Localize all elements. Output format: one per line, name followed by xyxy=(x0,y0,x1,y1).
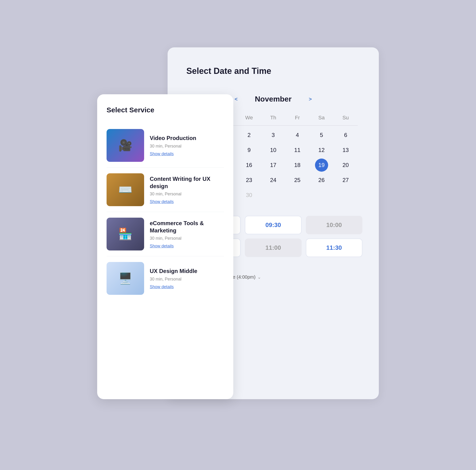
show-details-writing[interactable]: Show details xyxy=(150,199,224,204)
service-card: Select Service Video Production 30 min, … xyxy=(97,94,233,399)
service-info-ux: UX Design Middle 30 min, Personal Show d… xyxy=(150,262,224,295)
day-empty xyxy=(291,189,304,202)
service-name-ecommerce: eCommerce Tools & Marketing xyxy=(150,220,224,234)
day-empty xyxy=(339,189,352,202)
service-info-video: Video Production 30 min, Personal Show d… xyxy=(150,129,224,162)
day-30[interactable]: 30 xyxy=(242,189,255,202)
service-image-writing xyxy=(107,173,144,206)
service-meta-ecommerce: 30 min, Personal xyxy=(150,236,224,241)
day-empty xyxy=(267,189,280,202)
day-6[interactable]: 6 xyxy=(339,129,352,142)
day-empty xyxy=(315,189,328,202)
show-details-ecommerce[interactable]: Show details xyxy=(150,244,224,249)
service-image-ecommerce xyxy=(107,218,144,250)
service-item-video[interactable]: Video Production 30 min, Personal Show d… xyxy=(107,123,224,168)
day-16[interactable]: 16 xyxy=(242,159,255,172)
day-13[interactable]: 13 xyxy=(339,144,352,157)
day-10[interactable]: 10 xyxy=(267,144,280,157)
service-meta-video: 30 min, Personal xyxy=(150,144,224,149)
time-slot-1100: 11:00 xyxy=(245,239,301,257)
weekday-th: Th xyxy=(261,113,285,123)
weekday-we: We xyxy=(237,113,261,123)
day-27[interactable]: 27 xyxy=(339,174,352,187)
service-item-ux[interactable]: UX Design Middle 30 min, Personal Show d… xyxy=(107,256,224,300)
time-slot-1130[interactable]: 11:30 xyxy=(306,239,362,257)
day-11[interactable]: 11 xyxy=(291,144,304,157)
show-details-video[interactable]: Show details xyxy=(150,151,224,156)
chevron-down-icon: ⌄ xyxy=(257,275,261,280)
day-12[interactable]: 12 xyxy=(315,144,328,157)
day-24[interactable]: 24 xyxy=(267,174,280,187)
service-image-video xyxy=(107,129,144,162)
service-card-title: Select Service xyxy=(107,106,224,114)
day-19[interactable]: 19 xyxy=(315,159,328,172)
service-name-video: Video Production xyxy=(150,134,224,142)
day-3[interactable]: 3 xyxy=(267,129,280,142)
day-25[interactable]: 25 xyxy=(291,174,304,187)
calendar-month: November xyxy=(250,95,297,103)
day-23[interactable]: 23 xyxy=(242,174,255,187)
day-17[interactable]: 17 xyxy=(267,159,280,172)
service-name-ux: UX Design Middle xyxy=(150,267,224,275)
service-image-ux xyxy=(107,262,144,295)
service-meta-ux: 30 min, Personal xyxy=(150,277,224,282)
weekday-su: Su xyxy=(334,113,358,123)
service-name-writing: Content Writing for UX design xyxy=(150,175,224,190)
show-details-ux[interactable]: Show details xyxy=(150,284,224,290)
service-info-ecommerce: eCommerce Tools & Marketing 30 min, Pers… xyxy=(150,218,224,250)
day-4[interactable]: 4 xyxy=(291,129,304,142)
time-slot-0930[interactable]: 09:30 xyxy=(245,216,301,234)
next-month-button[interactable]: > xyxy=(306,95,315,103)
weekday-fr: Fr xyxy=(285,113,309,123)
day-2[interactable]: 2 xyxy=(242,129,255,142)
day-9[interactable]: 9 xyxy=(242,144,255,157)
datetime-card-title: Select Date and Time xyxy=(182,66,365,76)
time-slot-1000: 10:00 xyxy=(306,216,362,234)
service-info-writing: Content Writing for UX design 30 min, Pe… xyxy=(150,173,224,206)
service-item-ecommerce[interactable]: eCommerce Tools & Marketing 30 min, Pers… xyxy=(107,212,224,256)
weekday-sa: Sa xyxy=(309,113,334,123)
day-5[interactable]: 5 xyxy=(315,129,328,142)
day-18[interactable]: 18 xyxy=(291,159,304,172)
service-meta-writing: 30 min, Personal xyxy=(150,192,224,196)
day-20[interactable]: 20 xyxy=(339,159,352,172)
service-item-writing[interactable]: Content Writing for UX design 30 min, Pe… xyxy=(107,168,224,212)
day-26[interactable]: 26 xyxy=(315,174,328,187)
